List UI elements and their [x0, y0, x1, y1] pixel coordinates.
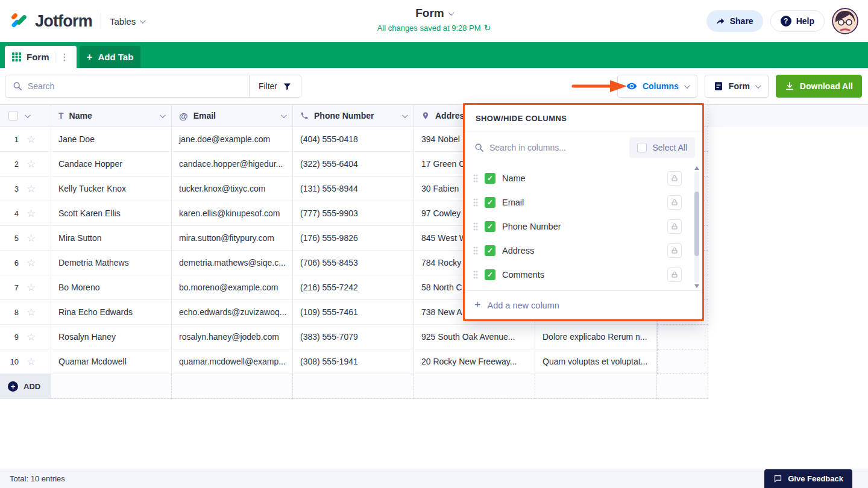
star-icon[interactable]: ☆ [27, 233, 36, 243]
column-visible-checkbox[interactable]: ✓ [485, 269, 495, 280]
cell-name[interactable]: Demetria Mathews [51, 251, 172, 275]
cell-email[interactable]: candace.hopper@higedur... [172, 152, 293, 177]
cell-phone[interactable]: (109) 555-7461 [293, 300, 414, 325]
cell-name[interactable]: Scott Karen Ellis [51, 201, 172, 226]
scroll-up-icon[interactable] [694, 166, 699, 170]
cell-email[interactable]: tucker.knox@tixyc.com [172, 177, 293, 201]
popup-scrollbar[interactable] [693, 166, 700, 288]
scrollbar-track[interactable] [694, 172, 699, 283]
cell-comments[interactable]: Dolore explicabo Rerum n... [535, 325, 657, 349]
column-visible-checkbox[interactable]: ✓ [485, 221, 495, 232]
cell-phone[interactable]: (777) 555-9903 [293, 201, 414, 226]
share-button[interactable]: Share [706, 10, 763, 32]
cell-email[interactable]: mira.sutton@fitypury.com [172, 226, 293, 251]
cell-name[interactable]: Kelly Tucker Knox [51, 177, 172, 201]
lock-icon[interactable] [667, 267, 682, 282]
cell-phone[interactable]: (131) 555-8944 [293, 177, 414, 201]
tables-menu-label: Tables [110, 16, 136, 27]
lock-icon[interactable] [667, 171, 682, 186]
cell-phone[interactable]: (383) 555-7079 [293, 325, 414, 349]
add-new-column-label: Add a new column [488, 301, 559, 310]
user-avatar[interactable] [832, 8, 858, 34]
star-icon[interactable]: ☆ [27, 258, 36, 268]
drag-handle-icon[interactable] [473, 222, 478, 231]
columns-button[interactable]: Columns [617, 75, 697, 98]
add-row-empty-cell [414, 374, 535, 399]
row-number-cell: 5☆ [0, 226, 51, 251]
chevron-down-icon[interactable] [402, 112, 408, 118]
columns-search-input[interactable] [489, 143, 624, 152]
row-number: 4 [10, 209, 19, 218]
cell-email[interactable]: rosalyn.haney@jodeb.com [172, 325, 293, 349]
cell-phone[interactable]: (706) 555-8453 [293, 251, 414, 275]
column-header-name[interactable]: TName [51, 105, 172, 127]
add-tab-button[interactable]: + Add Tab [80, 46, 141, 68]
column-visible-checkbox[interactable]: ✓ [485, 245, 495, 256]
tables-menu[interactable]: Tables [110, 16, 144, 27]
scrollbar-thumb[interactable] [694, 192, 699, 256]
cell-phone[interactable]: (404) 555-0418 [293, 127, 414, 152]
cell-phone[interactable]: (176) 555-9826 [293, 226, 414, 251]
cell-email[interactable]: jane.doe@example.com [172, 127, 293, 152]
filter-label: Filter [259, 81, 277, 91]
cell-phone[interactable]: (308) 555-1941 [293, 349, 414, 374]
scroll-down-icon[interactable] [694, 284, 699, 288]
column-visible-checkbox[interactable]: ✓ [485, 173, 495, 184]
cell-name[interactable]: Candace Hopper [51, 152, 172, 177]
cell-name[interactable]: Bo Moreno [51, 275, 172, 300]
tab-options-icon[interactable]: ⋮ [55, 51, 69, 63]
select-all-checkbox[interactable] [8, 111, 18, 120]
star-icon[interactable]: ☆ [27, 159, 36, 169]
cell-name[interactable]: Mira Sutton [51, 226, 172, 251]
download-all-button[interactable]: Download All [776, 75, 862, 98]
column-visible-checkbox[interactable]: ✓ [485, 197, 495, 208]
star-icon[interactable]: ☆ [27, 357, 36, 367]
cell-phone[interactable]: (322) 555-6404 [293, 152, 414, 177]
form-title-dropdown[interactable]: Form [377, 7, 491, 20]
form-menu-button[interactable]: Form [705, 75, 769, 98]
jotform-logo[interactable]: Jotform [10, 11, 92, 31]
drag-handle-icon[interactable] [473, 174, 478, 183]
cell-name[interactable]: Jane Doe [51, 127, 172, 152]
column-header-phone-number[interactable]: Phone Number [293, 105, 414, 127]
drag-handle-icon[interactable] [473, 198, 478, 207]
star-icon[interactable]: ☆ [27, 208, 36, 219]
cell-phone[interactable]: (216) 555-7242 [293, 275, 414, 300]
cell-address[interactable]: 925 South Oak Avenue... [414, 325, 535, 349]
tab-form[interactable]: Form ⋮ [5, 46, 77, 68]
give-feedback-button[interactable]: Give Feedback [764, 469, 852, 488]
cell-email[interactable]: demetria.mathews@siqe.c... [172, 251, 293, 275]
select-all-columns-checkbox[interactable] [637, 143, 647, 152]
chevron-down-icon[interactable] [281, 112, 287, 118]
cell-address[interactable]: 20 Rocky New Freeway... [414, 349, 535, 374]
star-icon[interactable]: ☆ [27, 184, 36, 194]
drag-handle-icon[interactable] [473, 271, 478, 279]
search-box[interactable] [5, 75, 249, 97]
star-icon[interactable]: ☆ [27, 134, 36, 145]
cell-name[interactable]: Quamar Mcdowell [51, 349, 172, 374]
search-input[interactable] [28, 81, 242, 91]
help-button[interactable]: ? Help [770, 10, 825, 32]
refresh-icon[interactable]: ↻ [484, 23, 491, 33]
drag-handle-icon[interactable] [473, 246, 478, 255]
lock-icon[interactable] [667, 195, 682, 210]
cell-email[interactable]: quamar.mcdowell@examp... [172, 349, 293, 374]
cell-name[interactable]: Rina Echo Edwards [51, 300, 172, 325]
add-new-column-button[interactable]: + Add a new column [465, 291, 702, 319]
chevron-down-icon[interactable] [160, 112, 166, 118]
star-icon[interactable]: ☆ [27, 307, 36, 318]
chevron-down-icon[interactable] [25, 112, 31, 118]
cell-email[interactable]: echo.edwards@zuvizawoq... [172, 300, 293, 325]
lock-icon[interactable] [667, 243, 682, 258]
star-icon[interactable]: ☆ [27, 283, 36, 293]
cell-name[interactable]: Rosalyn Haney [51, 325, 172, 349]
add-entry-button[interactable]: + ADD [0, 374, 51, 399]
cell-email[interactable]: bo.moreno@example.com [172, 275, 293, 300]
star-icon[interactable]: ☆ [27, 332, 36, 342]
column-header-email[interactable]: @Email [172, 105, 293, 127]
select-all-columns-button[interactable]: Select All [629, 137, 695, 158]
lock-icon[interactable] [667, 219, 682, 234]
filter-button[interactable]: Filter [249, 75, 301, 97]
cell-email[interactable]: karen.ellis@kinupesof.com [172, 201, 293, 226]
cell-comments[interactable]: Quam voluptas et voluptat... [535, 349, 657, 374]
